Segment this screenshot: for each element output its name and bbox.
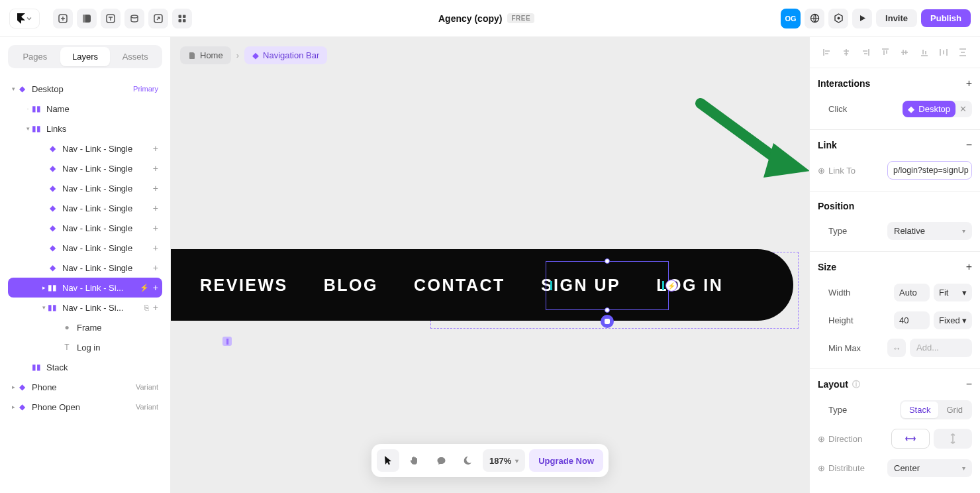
- layout-grid-button[interactable]: Grid: [938, 402, 971, 418]
- width-value-input[interactable]: Auto: [894, 284, 930, 301]
- tree-nav-single[interactable]: ◆Nav - Link - Single+: [8, 258, 162, 278]
- gap-control-icon[interactable]: [222, 337, 232, 346]
- left-panel: Pages Layers Assets ▾ ◆ Desktop Primary …: [0, 37, 171, 493]
- globe-icon[interactable]: [805, 9, 824, 28]
- direction-vertical-button[interactable]: [934, 429, 972, 449]
- tree-desktop[interactable]: ▾ ◆ Desktop Primary: [8, 79, 162, 99]
- tree-stack[interactable]: ▮▮Stack: [8, 357, 162, 377]
- invite-button[interactable]: Invite: [876, 9, 917, 27]
- layout-type-segment: Stack Grid: [900, 400, 972, 419]
- direction-horizontal-button[interactable]: [891, 429, 930, 449]
- tree-nav-single-expanded[interactable]: ▾ ▮▮ Nav - Link - Si... ⎘+: [8, 298, 162, 317]
- interaction-chip[interactable]: ◆Desktop ✕: [903, 101, 972, 117]
- preview-icon[interactable]: [852, 9, 872, 28]
- publish-button[interactable]: Publish: [921, 9, 971, 27]
- position-type-select[interactable]: Relative▾: [887, 222, 972, 240]
- remove-interaction-icon[interactable]: ✕: [959, 104, 967, 114]
- minmax-icon[interactable]: ↔: [887, 339, 906, 357]
- tree-name[interactable]: · ▮▮ Name: [8, 99, 162, 119]
- tree-nav-single-selected[interactable]: ▸ ▮▮ Nav - Link - Si... ⚡+: [8, 278, 162, 298]
- reset-icon[interactable]: ⊕: [818, 166, 825, 176]
- nav-pill: REVIEWS BLOG CONTACT SIGN UP LOG IN: [171, 249, 793, 321]
- text-icon[interactable]: [101, 9, 121, 28]
- align-right-icon[interactable]: [857, 44, 875, 61]
- right-panel: Interactions + Click ◆Desktop ✕ Link − ⊕…: [809, 37, 980, 493]
- resize-handle-top[interactable]: [605, 258, 610, 264]
- position-type-label: Type: [818, 226, 847, 236]
- insert-icon[interactable]: [53, 9, 73, 28]
- panel-tabs: Pages Layers Assets: [8, 45, 162, 68]
- tree-nav-single[interactable]: ◆Nav - Link - Single+: [8, 218, 162, 238]
- design-frame: REVIEWS BLOG CONTACT SIGN UP LOG IN ⚡: [171, 249, 793, 321]
- bottom-toolbar: 187% ▾ Upgrade Now: [371, 444, 609, 477]
- distribute-select[interactable]: Center▾: [887, 459, 972, 477]
- tab-assets[interactable]: Assets: [110, 47, 160, 66]
- tree-nav-single[interactable]: ◆Nav - Link - Single+: [8, 238, 162, 258]
- reset-icon[interactable]: ⊕: [818, 463, 825, 473]
- remove-link-icon[interactable]: −: [966, 139, 972, 151]
- tree-phone[interactable]: ▸◆ Phone Variant: [8, 377, 162, 397]
- height-value-input[interactable]: 40: [894, 311, 930, 329]
- layout-stack-button[interactable]: Stack: [901, 402, 939, 418]
- add-interaction-icon[interactable]: +: [966, 78, 972, 89]
- actions-icon[interactable]: [148, 9, 168, 28]
- distribute-h-icon[interactable]: [934, 44, 952, 61]
- tree-nav-single[interactable]: ◆Nav - Link - Single+: [8, 198, 162, 218]
- direction-label: Direction: [828, 434, 862, 444]
- nav-item-blog[interactable]: BLOG: [324, 276, 378, 295]
- document-title[interactable]: Agency (copy): [438, 13, 502, 24]
- tab-pages[interactable]: Pages: [10, 47, 60, 66]
- interactions-section: Interactions + Click ◆Desktop ✕: [810, 68, 980, 130]
- dark-mode-toggle[interactable]: [456, 449, 479, 472]
- selection-badge[interactable]: [601, 315, 614, 328]
- align-left-icon[interactable]: [818, 44, 836, 61]
- reset-icon[interactable]: ⊕: [818, 434, 825, 444]
- svg-rect-9: [183, 19, 186, 23]
- avatar[interactable]: OG: [781, 9, 801, 28]
- crumb-navbar[interactable]: ◆ Navigation Bar: [244, 46, 327, 64]
- link-section: Link − ⊕Link To p/login?step=signUp: [810, 130, 980, 192]
- cursor-tool[interactable]: [377, 449, 399, 472]
- nav-item-reviews[interactable]: REVIEWS: [200, 276, 288, 295]
- layer-tree: ▾ ◆ Desktop Primary · ▮▮ Name ▾ ▮▮ Links…: [8, 79, 162, 417]
- tab-layers[interactable]: Layers: [60, 47, 111, 66]
- align-top-icon[interactable]: [876, 44, 894, 61]
- annotation-arrow: [694, 97, 809, 183]
- resize-handle-bottom[interactable]: [605, 307, 610, 313]
- canvas[interactable]: Home › ◆ Navigation Bar REVIEWS BLOG CON…: [171, 37, 809, 493]
- minmax-input[interactable]: Add...: [910, 339, 972, 357]
- svg-rect-2: [83, 15, 85, 23]
- tree-login[interactable]: TLog in: [8, 337, 162, 357]
- hand-tool[interactable]: [403, 449, 426, 472]
- width-mode-select[interactable]: Fit▾: [934, 284, 972, 301]
- collapse-layout-icon[interactable]: −: [966, 378, 972, 390]
- link-to-input[interactable]: p/login?step=signUp: [887, 161, 972, 180]
- crumb-home[interactable]: Home: [180, 46, 231, 64]
- plugins-icon[interactable]: [172, 9, 192, 28]
- framer-logo-menu[interactable]: [9, 9, 40, 28]
- tree-nav-single[interactable]: ◆Nav - Link - Single+: [8, 138, 162, 158]
- add-size-icon[interactable]: +: [966, 261, 972, 273]
- distribute-v-icon[interactable]: [954, 44, 972, 61]
- height-label: Height: [818, 315, 854, 325]
- tree-frame[interactable]: ●Frame: [8, 317, 162, 337]
- zoom-select[interactable]: 187% ▾: [483, 449, 525, 472]
- height-mode-select[interactable]: Fixed▾: [934, 311, 972, 329]
- info-icon[interactable]: ⓘ: [852, 379, 860, 390]
- align-vcenter-icon[interactable]: [896, 44, 914, 61]
- upgrade-button[interactable]: Upgrade Now: [529, 449, 603, 472]
- comment-tool[interactable]: [430, 449, 452, 472]
- settings-icon[interactable]: [828, 9, 848, 28]
- svg-point-4: [131, 15, 138, 18]
- tree-phone-open[interactable]: ▸◆ Phone Open Variant: [8, 397, 162, 417]
- nav-item-contact[interactable]: CONTACT: [414, 276, 505, 295]
- top-bar: Agency (copy) FREE OG Invite Publish: [0, 0, 980, 37]
- cms-icon[interactable]: [124, 9, 144, 28]
- svg-point-12: [837, 17, 840, 20]
- tree-links[interactable]: ▾ ▮▮ Links: [8, 119, 162, 138]
- tree-nav-single[interactable]: ◆Nav - Link - Single+: [8, 178, 162, 198]
- align-bottom-icon[interactable]: [915, 44, 933, 61]
- layout-icon[interactable]: [77, 9, 97, 28]
- tree-nav-single[interactable]: ◆Nav - Link - Single+: [8, 158, 162, 178]
- align-hcenter-icon[interactable]: [837, 44, 855, 61]
